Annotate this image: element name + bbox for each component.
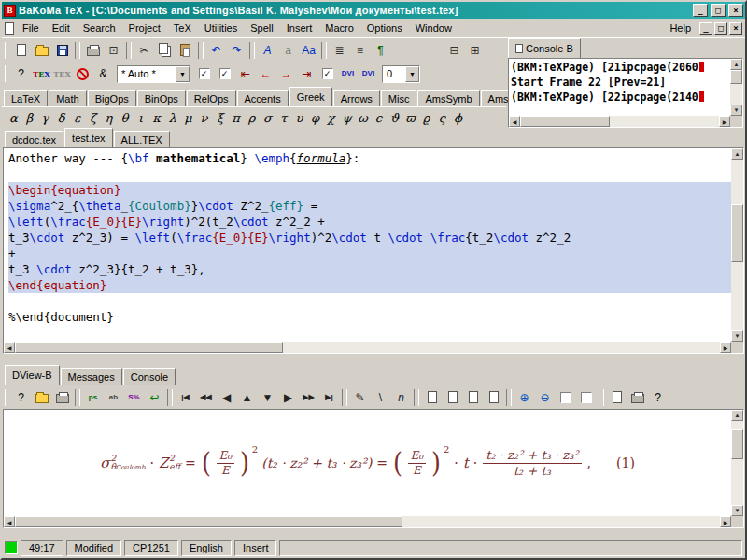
page-back10-button[interactable]: ◀◀ xyxy=(196,388,216,407)
close-button[interactable]: × xyxy=(728,4,743,17)
greek-symbol-button-4[interactable]: ε xyxy=(69,108,85,127)
menu-item-help[interactable]: Help xyxy=(663,21,698,35)
menu-item-options[interactable]: Options xyxy=(360,21,409,35)
preview-hscrollbar[interactable]: ◀ ▶ xyxy=(4,516,731,527)
reload-button[interactable]: ↩ xyxy=(145,388,164,407)
greek-symbol-button-5[interactable]: ζ xyxy=(85,108,101,127)
page-fwd10-button[interactable]: ▶▶ xyxy=(299,388,318,407)
save-file-button[interactable] xyxy=(52,41,72,60)
tab-greek[interactable]: Greek xyxy=(289,87,332,106)
greek-symbol-button-25[interactable]: ϖ xyxy=(402,108,418,127)
char-italic-button[interactable]: A xyxy=(258,41,277,60)
tab-test-tex[interactable]: test.tex xyxy=(64,128,112,147)
annotate-button[interactable]: ✎ xyxy=(350,388,370,407)
scrollbar-thumb[interactable] xyxy=(520,116,610,127)
view-fit-width-button[interactable] xyxy=(484,388,503,407)
option-b-button[interactable] xyxy=(576,388,596,407)
tab-math[interactable]: Math xyxy=(49,90,86,106)
scroll-down-button[interactable]: ▼ xyxy=(731,505,743,516)
text-select-button[interactable]: n xyxy=(391,388,411,407)
auto-view-checkbox[interactable]: ✓ xyxy=(199,68,210,79)
scroll-right-button[interactable]: ▶ xyxy=(720,342,731,353)
tab-relops[interactable]: RelOps xyxy=(187,90,236,106)
editor-area[interactable]: Another way --- {\bf mathematical} \emph… xyxy=(4,148,731,342)
console-hscrollbar[interactable]: ◀ ▶ xyxy=(509,116,730,127)
font-tools-button[interactable]: ab xyxy=(104,388,123,407)
preview-vscrollbar[interactable]: ▲ ▼ xyxy=(731,410,743,516)
app-icon[interactable]: B xyxy=(4,5,16,17)
tab-all-tex[interactable]: ALL.TEX xyxy=(114,131,170,147)
error-last-button[interactable]: ⇥ xyxy=(297,64,317,83)
scrollbar-track[interactable] xyxy=(15,342,720,353)
greek-symbol-button-3[interactable]: δ xyxy=(53,108,69,127)
char-lowercase-button[interactable]: a xyxy=(278,41,298,60)
toggle-console-button[interactable]: ⊞ xyxy=(465,41,485,60)
page-select-dropdown-button[interactable]: ▼ xyxy=(405,66,419,82)
scroll-up-button[interactable]: ▲ xyxy=(237,388,257,407)
greek-symbol-button-12[interactable]: ν xyxy=(196,108,212,127)
about-button[interactable]: ? xyxy=(648,388,668,407)
scrollbar-track[interactable] xyxy=(15,516,720,527)
greek-symbol-button-16[interactable]: σ xyxy=(260,108,275,127)
pane-splitter[interactable] xyxy=(2,354,745,365)
greek-symbol-button-6[interactable]: η xyxy=(101,108,117,127)
option-b-checkbox[interactable] xyxy=(581,392,592,403)
scrollbar-thumb[interactable] xyxy=(730,70,742,84)
scrollbar-thumb[interactable] xyxy=(15,516,402,527)
dvi-help-button[interactable]: ? xyxy=(11,388,31,407)
view-fit-page-button[interactable] xyxy=(463,388,483,407)
auto-refresh-checkbox[interactable]: ✓ xyxy=(219,68,231,79)
scroll-up-button[interactable]: ▲ xyxy=(730,59,742,70)
menu-item-edit[interactable]: Edit xyxy=(46,21,77,35)
greek-symbol-button-1[interactable]: β xyxy=(21,108,37,127)
toolbar-grip[interactable] xyxy=(5,42,7,59)
scrollbar-track[interactable] xyxy=(730,70,742,105)
export-ps-button[interactable]: ps xyxy=(83,388,103,407)
greek-symbol-button-7[interactable]: θ xyxy=(117,108,133,127)
greek-symbol-button-15[interactable]: ρ xyxy=(244,108,260,127)
greek-symbol-button-23[interactable]: ϵ xyxy=(371,108,387,127)
error-first-button[interactable]: ⇤ xyxy=(235,64,255,83)
editor-hscrollbar[interactable]: ◀ ▶ xyxy=(4,342,731,353)
child-restore-button[interactable]: □ xyxy=(714,22,727,35)
menu-item-tex[interactable]: TeX xyxy=(167,21,198,35)
copy-button[interactable] xyxy=(155,41,175,60)
zoom-out-button[interactable]: ⊖ xyxy=(535,388,555,407)
greek-symbol-button-26[interactable]: ϱ xyxy=(418,108,434,127)
tab-amssymb[interactable]: AmsSymb xyxy=(417,90,479,106)
export-svg-button[interactable]: S% xyxy=(124,388,144,407)
toolbar-grip[interactable] xyxy=(5,65,7,82)
greek-symbol-button-27[interactable]: ς xyxy=(434,108,450,127)
context-help-button[interactable]: ? xyxy=(11,64,31,83)
child-close-button[interactable]: × xyxy=(729,22,742,35)
dvi-sync-checkbox[interactable]: ✓ xyxy=(322,68,333,79)
child-minimize-button[interactable]: _ xyxy=(699,22,712,35)
greek-symbol-button-18[interactable]: υ xyxy=(291,108,307,127)
stop-compile-button[interactable] xyxy=(73,64,92,83)
error-next-button[interactable]: → xyxy=(276,64,296,83)
greek-symbol-button-13[interactable]: ξ xyxy=(212,108,228,127)
auto-view-button[interactable]: ✓ xyxy=(194,64,214,83)
scroll-up-button[interactable]: ▲ xyxy=(731,148,743,160)
greek-symbol-button-8[interactable]: ι xyxy=(133,108,148,127)
tab-latex[interactable]: LaTeX xyxy=(4,90,48,106)
greek-symbol-button-14[interactable]: π xyxy=(228,108,244,127)
menu-item-search[interactable]: Search xyxy=(77,21,122,35)
menu-item-file[interactable]: File xyxy=(16,21,46,35)
undo-button[interactable]: ↶ xyxy=(206,41,226,60)
tab-dcdoc-tex[interactable]: dcdoc.tex xyxy=(5,131,63,147)
scrollbar-track[interactable] xyxy=(520,116,719,127)
page-setup-button[interactable] xyxy=(607,388,627,407)
menu-item-macro[interactable]: Macro xyxy=(318,21,360,35)
greek-symbol-button-24[interactable]: ϑ xyxy=(387,108,402,127)
scroll-right-button[interactable]: ▶ xyxy=(720,516,731,527)
console-vscrollbar[interactable]: ▲ ▼ xyxy=(730,59,742,116)
greek-symbol-button-28[interactable]: ϕ xyxy=(450,108,466,127)
dvi-forward-search-button[interactable]: DVI xyxy=(338,64,358,83)
quick-print-button[interactable] xyxy=(627,388,647,407)
page-next-button[interactable]: ▶ xyxy=(278,388,298,407)
dvi-print-button[interactable] xyxy=(52,388,72,407)
page-last-button[interactable]: ▶| xyxy=(319,388,339,407)
maximize-button[interactable]: □ xyxy=(711,4,726,17)
greek-symbol-button-10[interactable]: λ xyxy=(164,108,180,127)
